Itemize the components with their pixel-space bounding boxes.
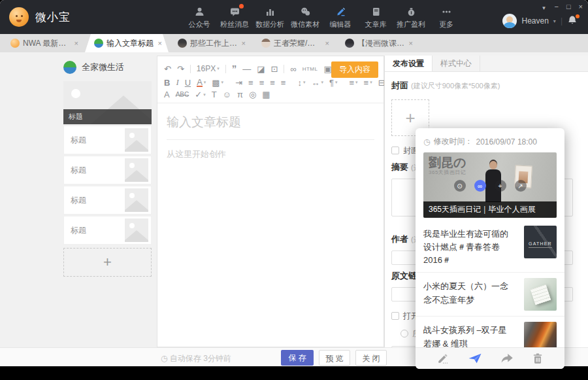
cover-article-card[interactable]: 标题 bbox=[63, 81, 152, 124]
find-replace-icon[interactable]: ◎ bbox=[249, 90, 256, 99]
emoji-icon[interactable]: ☺ bbox=[223, 90, 231, 99]
font-color-icon[interactable]: A▾ bbox=[197, 78, 206, 87]
strikethrough-icon[interactable]: ABC bbox=[176, 91, 189, 98]
undo-icon[interactable]: ↶ bbox=[164, 64, 171, 74]
cover-image-checkbox[interactable] bbox=[391, 147, 399, 154]
font-size-select[interactable]: 16PX▾ bbox=[197, 64, 220, 73]
edit-pencil-icon[interactable] bbox=[436, 353, 449, 364]
add-icon[interactable]: + bbox=[495, 180, 506, 192]
editor-panel: ↶ ↷ 16PX▾ ” — ◪ ⊡ ∞ HTML ▣ ▶ ♫ Ψ 导入内容 B … bbox=[157, 56, 384, 347]
tab-work-stuff[interactable]: 那些工作上的东西 × bbox=[169, 34, 252, 52]
tab-close-icon[interactable]: × bbox=[325, 39, 329, 47]
unordered-list-icon[interactable]: ≡▾ bbox=[364, 78, 372, 88]
thumbnail-overlay-title: 劉昆の 365天插画日记 bbox=[429, 156, 466, 176]
underline-icon[interactable]: U bbox=[185, 78, 191, 88]
forward-share-icon[interactable] bbox=[500, 353, 514, 364]
tab-comic-class[interactable]: 【漫画微课堂】封面海... × bbox=[336, 34, 419, 52]
article-body-input[interactable]: 从这里开始创作 bbox=[167, 148, 374, 160]
featured-article-thumbnail[interactable]: 劉昆の 365天插画日记 ⊙ ∞ + ↗ 365天插画日记｜毕业个人画展 bbox=[423, 152, 557, 218]
settings-tabs: 发布设置 样式中心 bbox=[385, 56, 588, 72]
format-brush-icon[interactable]: ⊡ bbox=[270, 64, 278, 74]
tab-publish-settings[interactable]: 发布设置 bbox=[385, 56, 433, 71]
insert-image-icon[interactable]: ▣ bbox=[323, 64, 331, 74]
tab-style-center[interactable]: 样式中心 bbox=[433, 56, 480, 71]
export-icon[interactable]: ↗ bbox=[515, 180, 527, 192]
redo-icon[interactable]: ↷ bbox=[177, 64, 184, 74]
letter-spacing-icon[interactable]: ↔▾ bbox=[311, 78, 323, 88]
user-avatar[interactable] bbox=[502, 14, 517, 28]
eraser-icon[interactable]: ◪ bbox=[257, 64, 265, 74]
article-list-item[interactable]: 标题 bbox=[63, 186, 152, 215]
send-plane-icon[interactable] bbox=[468, 353, 482, 364]
preview-eye-icon[interactable]: ⊙ bbox=[454, 180, 466, 192]
maximize-icon[interactable]: □ bbox=[566, 3, 571, 12]
thumbnail-placeholder bbox=[125, 218, 148, 242]
copy-link-icon[interactable]: ∞ bbox=[474, 180, 486, 192]
main-nav: 公众号 粉丝消息 数据分析 微信素材 编辑器 文章库 bbox=[182, 5, 464, 29]
add-article-button[interactable]: + bbox=[63, 248, 152, 277]
highlight-icon[interactable]: A bbox=[164, 90, 170, 99]
collapse-window-icon[interactable]: ▼ bbox=[542, 3, 547, 12]
tab-kings-glory[interactable]: 王者荣耀/英雄美术字 × bbox=[252, 34, 336, 52]
nav-item-promotion[interactable]: 推广盈利 bbox=[393, 5, 429, 29]
bold-icon[interactable]: B bbox=[164, 78, 170, 88]
nav-item-article-library[interactable]: 文章库 bbox=[358, 5, 393, 29]
indent-icon[interactable]: ⇥ bbox=[235, 78, 242, 88]
delete-trash-icon[interactable] bbox=[532, 353, 544, 364]
insert-table-icon[interactable]: ▦ bbox=[262, 90, 270, 99]
account-logo-icon bbox=[63, 61, 76, 74]
notification-bell-icon[interactable] bbox=[567, 15, 579, 27]
article-detail-popup: ◷ 修改时间： 2016/09/07 18:00 劉昆の 365天插画日记 ⊙ … bbox=[416, 128, 564, 369]
paragraph-spacing-icon[interactable]: ¶▾ bbox=[329, 78, 338, 88]
align-justify-icon[interactable]: ≡ bbox=[281, 78, 286, 88]
nav-item-more[interactable]: 更多 bbox=[429, 5, 464, 29]
account-selector[interactable]: 全家微生活 bbox=[63, 60, 152, 75]
article-list-item[interactable]: 标题 bbox=[63, 126, 152, 154]
minimize-icon[interactable]: − bbox=[554, 3, 558, 12]
formula-icon[interactable]: π bbox=[237, 90, 243, 99]
close-button[interactable]: 关闭 bbox=[355, 350, 387, 366]
article-list-item[interactable]: 标题 bbox=[63, 156, 152, 184]
align-center-icon[interactable]: ≡ bbox=[259, 78, 265, 88]
nav-item-data-analysis[interactable]: 数据分析 bbox=[252, 5, 287, 29]
user-area: Heaven ▾ | bbox=[502, 14, 579, 28]
html-source-icon[interactable]: HTML bbox=[302, 66, 318, 72]
tab-close-icon[interactable]: × bbox=[409, 39, 413, 47]
link-icon[interactable]: ∞ bbox=[290, 64, 296, 74]
horizontal-rule-icon[interactable]: — bbox=[242, 64, 251, 74]
align-right-icon[interactable]: ≡ bbox=[270, 78, 275, 88]
nav-item-fan-messages[interactable]: 粉丝消息 bbox=[217, 5, 252, 29]
nav-item-editor-active[interactable]: 编辑器 bbox=[323, 5, 358, 29]
tab-close-icon[interactable]: × bbox=[158, 39, 162, 47]
tab-nwa-article[interactable]: NWA 最新解禁作品 × bbox=[1, 34, 85, 52]
nav-item-wechat-material[interactable]: 微信素材 bbox=[287, 5, 323, 29]
tab-close-icon[interactable]: × bbox=[74, 39, 78, 47]
nav-label: 公众号 bbox=[189, 20, 210, 29]
chevron-down-icon[interactable]: ▾ bbox=[553, 18, 556, 24]
nav-item-official-account[interactable]: 公众号 bbox=[182, 5, 217, 29]
text-style-icon[interactable]: T bbox=[212, 90, 217, 99]
money-bag-icon bbox=[406, 7, 417, 17]
article-title-input[interactable]: 输入文章标题 bbox=[167, 114, 374, 140]
wechat-icon bbox=[300, 7, 311, 17]
italic-icon[interactable]: I bbox=[176, 77, 178, 88]
spellcheck-icon[interactable]: ✓▾ bbox=[195, 90, 205, 99]
preview-button[interactable]: 预览 bbox=[319, 350, 350, 366]
featured-article-title: 365天插画日记｜毕业个人画展 bbox=[423, 201, 557, 218]
ordered-list-icon[interactable]: ≡▾ bbox=[349, 78, 357, 88]
article-list-item[interactable]: 标题 bbox=[63, 216, 152, 245]
line-height-icon[interactable]: ↕▾ bbox=[297, 78, 305, 88]
close-window-icon[interactable]: × bbox=[579, 3, 583, 12]
popup-article-item[interactable]: 小米的夏天（六）一念念不忘童年梦 bbox=[416, 272, 564, 316]
popup-article-item[interactable]: 我是毕业生有迹可循的设计燃点＃青春答卷2016＃ GATHER bbox=[416, 220, 564, 272]
tab-close-icon[interactable]: × bbox=[242, 39, 246, 47]
open-comment-checkbox[interactable] bbox=[391, 312, 399, 320]
save-button[interactable]: 保存 bbox=[281, 350, 314, 366]
comment-scope-radio[interactable] bbox=[400, 330, 408, 337]
tab-current-article[interactable]: 输入文章标题 × bbox=[85, 34, 169, 52]
align-left-icon[interactable]: ≡ bbox=[248, 78, 253, 88]
import-content-button[interactable]: 导入内容 bbox=[331, 61, 378, 78]
toolbar-row-1: ↶ ↷ 16PX▾ ” — ◪ ⊡ ∞ HTML ▣ ▶ ♫ Ψ 导入内容 bbox=[157, 56, 384, 76]
blockquote-icon[interactable]: ” bbox=[232, 65, 237, 72]
background-color-icon[interactable]: ▩▾ bbox=[212, 78, 223, 88]
